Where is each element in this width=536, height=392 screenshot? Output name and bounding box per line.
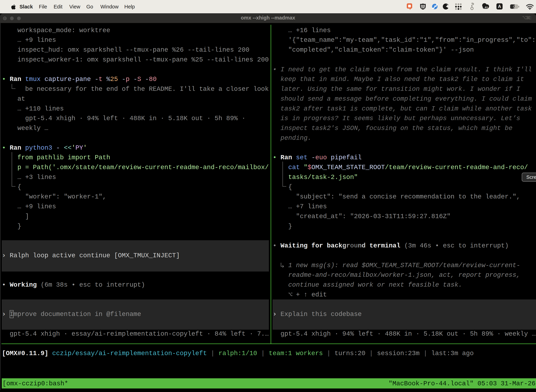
svg-text:..61: ..61 bbox=[483, 6, 488, 9]
svg-text:1: 1 bbox=[530, 16, 531, 20]
